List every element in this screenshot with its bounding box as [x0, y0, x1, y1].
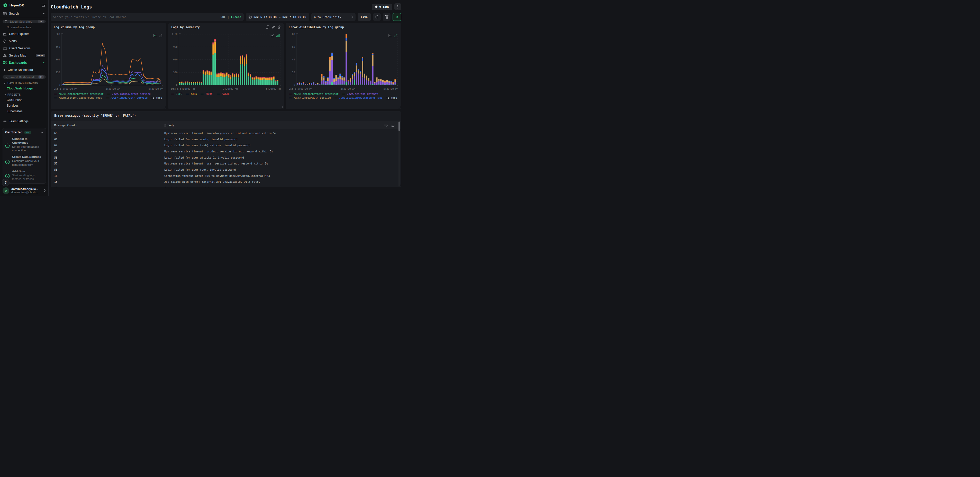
line-chart-toggle-icon[interactable]: [153, 34, 157, 38]
section-label[interactable]: SAVED DASHBOARDS: [0, 80, 48, 86]
get-started-item[interactable]: Create Data SourcesConfigure where your …: [5, 155, 43, 167]
column-header-message-count[interactable]: Message Count ↓: [51, 124, 164, 127]
sidebar-item-search[interactable]: Search: [0, 10, 48, 18]
wrap-text-icon[interactable]: [384, 123, 388, 127]
lucene-toggle[interactable]: Lucene: [231, 16, 241, 19]
table-row[interactable]: 58Login failed for user attacker1, inval…: [51, 154, 401, 161]
kebab-menu-button[interactable]: [395, 3, 401, 10]
refresh-button[interactable]: [373, 13, 381, 21]
bar-chart-toggle-icon[interactable]: [159, 34, 162, 38]
beta-badge: BETA: [36, 54, 45, 57]
legend-swatch: [54, 98, 57, 98]
tags-button[interactable]: 0 Tags: [372, 3, 392, 10]
sidebar-item-label: Client Sessions: [9, 46, 45, 50]
x-tick-label: 5:30:00 PM: [266, 87, 281, 90]
event-search-input[interactable]: [53, 16, 221, 19]
edit-icon[interactable]: [272, 25, 275, 29]
date-range-button[interactable]: Dec 6 17:00:00 - Dec 7 18:00:00: [246, 13, 309, 21]
sidebar-item-client-sessions[interactable]: Client Sessions: [0, 45, 48, 52]
chart-legend: INFOWARNERRORFATAL: [171, 92, 281, 95]
legend-item[interactable]: ERROR: [200, 92, 213, 95]
svg-text:600: 600: [173, 58, 178, 61]
legend-label: INFO: [176, 92, 182, 95]
run-query-button[interactable]: [393, 13, 401, 21]
sidebar-item-dashboards[interactable]: Dashboards: [0, 59, 48, 66]
line-chart-toggle-icon[interactable]: [270, 34, 274, 38]
cell-body: Upstream service timeout: product-servic…: [164, 150, 401, 153]
drag-handle-icon[interactable]: [164, 124, 166, 126]
legend-item[interactable]: INFO: [171, 92, 182, 95]
legend-item[interactable]: FATAL: [217, 92, 229, 95]
get-started-items: Connect to ClickHouseSet up your databas…: [5, 137, 43, 181]
legend-item[interactable]: /aws/lambda/order-service: [107, 92, 151, 95]
x-axis-labels: Dec 6 5:00:00 PM3:30:00 AM5:30:00 PM: [54, 87, 163, 90]
x-tick-label: Dec 6 5:00:00 PM: [54, 87, 77, 90]
table-row[interactable]: 16Connection timeout after 30s to paymen…: [51, 173, 401, 179]
sidebar-item-alerts[interactable]: Alerts: [0, 38, 48, 45]
download-icon[interactable]: [391, 123, 395, 127]
delete-icon[interactable]: [278, 25, 281, 29]
help-button[interactable]: ?: [2, 179, 10, 186]
resize-grip-icon[interactable]: [281, 107, 283, 108]
get-started-item-title: Create Data Sources: [12, 155, 43, 159]
legend-swatch: [289, 98, 292, 98]
get-started-item[interactable]: Add DataStart sending logs, metrics, or …: [5, 169, 43, 181]
table-row[interactable]: 11Job failed with error: Database connec…: [51, 185, 401, 188]
legend-item[interactable]: /aws/lambda/payment-processor: [289, 92, 339, 95]
resize-grip-icon[interactable]: [164, 107, 165, 108]
table-rows: 69Upstream service timeout: inventory-se…: [51, 129, 401, 188]
granularity-select[interactable]: Auto Granularity: [311, 13, 356, 21]
legend-item[interactable]: /application/background-jobs: [54, 96, 102, 99]
resize-grip-icon[interactable]: [398, 184, 400, 186]
kbd-shortcut: ⌘K: [38, 20, 44, 23]
cell-message-count: 62: [51, 138, 164, 141]
legend-item[interactable]: /aws/lambda/auth-service: [106, 96, 148, 99]
legend-more-link[interactable]: +1 more: [151, 96, 162, 99]
table-row[interactable]: 62Login failed for user admin, invalid p…: [51, 136, 401, 142]
sidebar-item-chart-explorer[interactable]: Chart Explorer: [0, 30, 48, 38]
svg-text:450: 450: [56, 46, 60, 48]
sidebar-item-clickhouse[interactable]: ClickHouse: [0, 97, 48, 103]
collapse-sidebar-icon[interactable]: [41, 3, 45, 7]
legend-item[interactable]: /aws/lambda/auth-service: [289, 96, 331, 99]
legend-more-link[interactable]: +1 more: [386, 96, 397, 99]
sidebar-item-team-settings[interactable]: Team Settings: [0, 118, 48, 125]
table-row[interactable]: 62Upstream service timeout: product-serv…: [51, 148, 401, 154]
section-label[interactable]: PRESETS: [0, 91, 48, 97]
bar-chart-toggle-icon[interactable]: [276, 34, 280, 38]
create-dashboard-button[interactable]: Create Dashboard: [0, 66, 48, 73]
legend-item[interactable]: WARN: [186, 92, 197, 95]
filter-button[interactable]: [383, 13, 390, 21]
saved-searches-input[interactable]: Saved Searches ⌘K: [3, 20, 46, 23]
sidebar-item-service-map[interactable]: Service MapBETA: [0, 52, 48, 59]
user-menu[interactable]: D dominic.tran@clic... dominic.tran@clic…: [0, 185, 48, 196]
legend-item[interactable]: /aws/ecs/api-gateway: [342, 92, 378, 95]
live-button[interactable]: Live: [358, 13, 371, 21]
table-row[interactable]: 69Upstream service timeout: inventory-se…: [51, 130, 401, 136]
sidebar-item-cloudwatch-logs[interactable]: CloudWatch Logs: [0, 86, 48, 91]
table-row[interactable]: 53Login failed for user root, invalid pa…: [51, 167, 401, 173]
sidebar-item-kubernetes[interactable]: Kubernetes: [0, 108, 48, 114]
get-started-card: Get Started 3/3 Connect to ClickHouseSet…: [2, 128, 46, 183]
chevron-right-icon: [44, 189, 46, 192]
legend-item[interactable]: /aws/lambda/payment-processor: [54, 92, 103, 95]
cell-body: Job failed with error: External API unav…: [164, 180, 401, 183]
table-row[interactable]: 57Upstream service timeout: user-service…: [51, 161, 401, 167]
copy-icon[interactable]: [266, 25, 269, 29]
line-chart-toggle-icon[interactable]: [388, 34, 392, 38]
get-started-item[interactable]: Connect to ClickHouseSet up your databas…: [5, 137, 43, 152]
chevron-up-icon[interactable]: [40, 132, 43, 134]
column-header-body[interactable]: Body: [164, 124, 384, 127]
bar-chart-toggle-icon[interactable]: [394, 34, 397, 38]
get-started-item-desc: Set up your database connection: [12, 145, 43, 153]
saved-dashboards-input[interactable]: Saved Dashboards ⌘K: [3, 75, 46, 79]
chevron-up-icon[interactable]: [43, 62, 45, 64]
legend-item[interactable]: /application/background-jobs: [334, 96, 383, 99]
sql-toggle[interactable]: SQL: [221, 16, 226, 19]
resize-grip-icon[interactable]: [398, 107, 400, 108]
chevron-up-icon[interactable]: [43, 13, 45, 15]
sidebar-item-services[interactable]: Services: [0, 103, 48, 108]
table-row[interactable]: 15Job failed with error: External API un…: [51, 179, 401, 185]
table-row[interactable]: 62Login failed for user test@test.com, i…: [51, 142, 401, 148]
event-search-box[interactable]: SQL | Lucene: [51, 13, 244, 21]
